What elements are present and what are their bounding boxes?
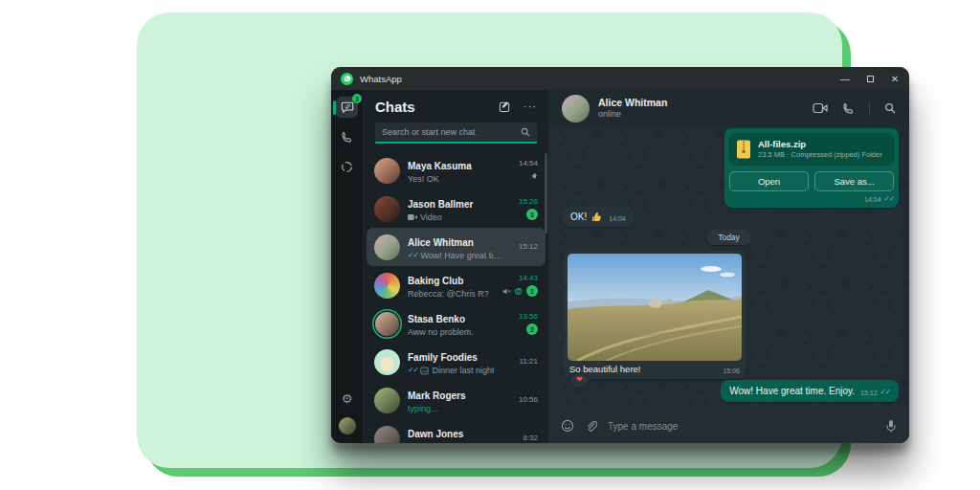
avatar [374, 196, 400, 222]
incoming-message-bubble[interactable]: OK! 14:04 [562, 207, 635, 227]
chat-name: Maya Kasuma [408, 161, 472, 171]
chat-preview: Wow! Have great time. Enjoy. [420, 250, 505, 261]
avatar [374, 234, 400, 260]
chat-row-jason[interactable]: Jason Ballmer Video 15:26 3 [367, 189, 546, 228]
nav-chats-button[interactable]: 3 [336, 97, 358, 118]
message-time: 15:06 [723, 368, 740, 374]
message-input[interactable] [608, 421, 875, 432]
app-title: WhatsApp [360, 74, 402, 84]
message-time: 15:12 [860, 390, 878, 396]
chat-name: Dawn Jones [408, 429, 463, 439]
chat-bubble-icon [341, 100, 354, 114]
chat-menu-button[interactable]: ··· [523, 101, 537, 112]
heart-reaction[interactable]: ❤ [569, 372, 590, 389]
unread-badge: 1 [526, 285, 538, 297]
contact-avatar[interactable] [562, 95, 590, 122]
window-titlebar: WhatsApp — ✕ [331, 67, 909, 90]
read-receipt-icon: ✓✓ [884, 195, 894, 203]
chat-preview: Yes, that time… [420, 441, 480, 443]
chat-row-dawn[interactable]: Dawn Jones ✓✓ Yes, that time… 8:32 [367, 419, 546, 443]
unread-badge: 2 [526, 323, 538, 335]
chat-name: Jason Ballmer [408, 199, 473, 210]
status-ring-icon [341, 161, 353, 173]
message-area: All-files.zip 23.5 MB · Compressed (zipp… [548, 126, 909, 409]
chat-row-mark[interactable]: Mark Rogers typing... 10:56 [367, 381, 546, 419]
gear-icon: ⚙ [342, 392, 353, 405]
chat-row-baking-club[interactable]: Baking Club Rebecca: @Chris R? 14:43 @ 1 [367, 266, 546, 304]
message-text: Wow! Have great time. Enjoy. [729, 386, 855, 396]
pin-icon [529, 172, 538, 181]
chat-time: 11:21 [520, 357, 538, 367]
chat-name: Mark Rogers [408, 390, 466, 401]
photo-attachment-icon [420, 367, 429, 375]
message-composer [548, 409, 909, 443]
read-receipt-icon: ✓✓ [880, 389, 890, 396]
file-attachment[interactable]: All-files.zip 23.5 MB · Compressed (zipp… [729, 133, 894, 166]
settings-button[interactable]: ⚙ [336, 388, 358, 409]
chat-preview: Aww no problem. [408, 326, 474, 338]
file-meta: 23.5 MB · Compressed (zipped) Folder [758, 150, 882, 160]
chat-time: 14:54 [519, 159, 538, 168]
nav-rail: 3 ⚙ [331, 90, 363, 443]
file-name: All-files.zip [758, 139, 882, 150]
avatar [374, 388, 400, 413]
chat-time: 15:12 [519, 242, 538, 252]
phone-icon [341, 131, 353, 144]
landscape-photo[interactable] [568, 254, 742, 361]
voice-call-button[interactable] [842, 102, 855, 115]
chat-preview: Video [420, 212, 442, 223]
profile-avatar[interactable] [339, 417, 356, 434]
chat-name: Baking Club [408, 276, 463, 286]
new-chat-button[interactable] [499, 100, 511, 113]
whatsapp-window: WhatsApp — ✕ 3 [331, 67, 909, 443]
message-time: 14:04 [609, 215, 626, 222]
conversation-header[interactable]: Alice Whitman online [548, 90, 909, 126]
nav-calls-button[interactable] [336, 126, 358, 147]
thumbs-up-emoji [591, 212, 602, 222]
read-receipt-icon: ✓✓ [408, 252, 417, 259]
unread-badge: 3 [526, 209, 538, 220]
video-call-button[interactable] [813, 102, 828, 114]
maximize-button[interactable] [858, 68, 882, 89]
chat-name: Alice Whitman [408, 237, 474, 248]
close-button[interactable]: ✕ [882, 68, 907, 89]
search-input[interactable] [382, 127, 521, 137]
maximize-icon [867, 76, 874, 82]
nav-status-button[interactable] [336, 156, 358, 177]
avatar [374, 349, 400, 375]
chat-list-scrollbar[interactable] [545, 153, 547, 234]
chat-row-maya[interactable]: Maya Kasuma Yes! OK 14:54 [367, 151, 546, 189]
attach-button[interactable] [585, 420, 597, 433]
chat-rows: Maya Kasuma Yes! OK 14:54 [364, 151, 548, 443]
chats-unread-badge: 3 [352, 94, 362, 103]
mint-backdrop: WhatsApp — ✕ 3 [137, 12, 842, 468]
chats-title: Chats [375, 99, 415, 115]
muted-icon [502, 287, 511, 296]
file-message-bubble[interactable]: All-files.zip 23.5 MB · Compressed (zipp… [724, 128, 899, 208]
chat-time: 10:56 [519, 395, 538, 405]
chat-time: 15:26 [519, 197, 538, 207]
emoji-button[interactable] [561, 419, 574, 433]
chat-row-stasa[interactable]: Stasa Benko Aww no problem. 13:56 2 [367, 304, 546, 343]
typing-indicator: typing... [408, 403, 438, 414]
presence-status: online [598, 109, 667, 120]
avatar [374, 426, 400, 444]
message-text: OK! [570, 212, 587, 222]
search-in-chat-button[interactable] [884, 102, 896, 114]
minimize-button[interactable]: — [833, 68, 858, 89]
read-receipt-icon: ✓✓ [408, 367, 417, 374]
header-divider [869, 101, 870, 116]
open-file-button[interactable]: Open [729, 171, 809, 191]
chat-search[interactable] [375, 122, 537, 144]
whatsapp-logo-icon [341, 73, 353, 85]
photo-message-bubble[interactable]: So beautiful here! 15:06 ❤ [564, 250, 746, 379]
mic-button[interactable] [885, 419, 897, 433]
chat-preview: Yes! OK [408, 173, 439, 185]
search-icon [521, 127, 530, 137]
contact-name: Alice Whitman [598, 97, 667, 109]
outgoing-message-bubble[interactable]: Wow! Have great time. Enjoy. 15:12 ✓✓ [721, 380, 899, 402]
save-as-button[interactable]: Save as... [814, 171, 894, 191]
video-call-icon [408, 213, 417, 221]
chat-row-alice[interactable]: Alice Whitman ✓✓ Wow! Have great time. E… [367, 228, 546, 266]
chat-row-family-foodies[interactable]: Family Foodies ✓✓ Dinner last night 11:2… [367, 343, 546, 381]
